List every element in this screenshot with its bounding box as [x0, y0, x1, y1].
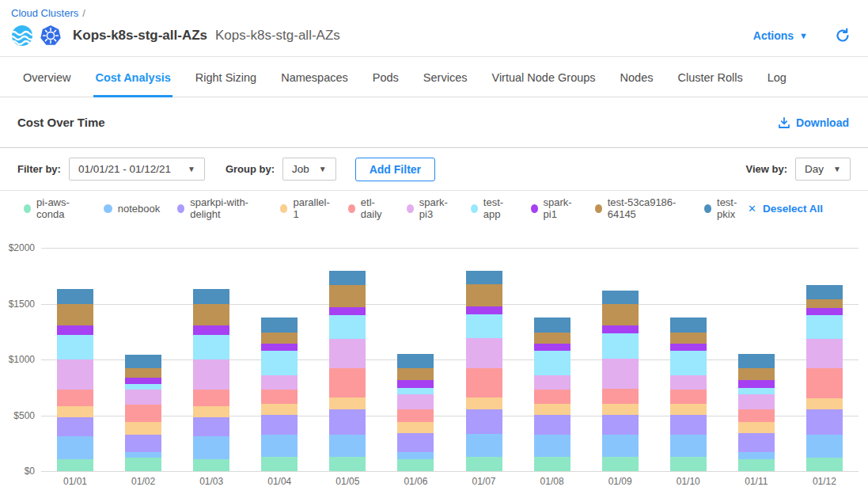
- bar-segment-test-53ca9186-64145[interactable]: [57, 304, 93, 325]
- bar-segment-test-app[interactable]: [466, 314, 502, 338]
- legend-item-test-app[interactable]: test-app: [471, 196, 514, 220]
- bar-segment-sparkpi-with-delight[interactable]: [193, 417, 229, 435]
- bar-segment-notebook[interactable]: [738, 452, 775, 458]
- bar-segment-test-pkix[interactable]: [806, 285, 843, 299]
- stacked-bar-01/03[interactable]: [193, 248, 229, 471]
- bar-segment-test-app[interactable]: [397, 388, 434, 394]
- bar-segment-test-pkix[interactable]: [466, 271, 502, 284]
- legend-item-parallel-1[interactable]: parallel-1: [280, 196, 331, 220]
- bar-segment-parallel-1[interactable]: [193, 406, 229, 418]
- bar-segment-spark-pi1[interactable]: [397, 380, 434, 388]
- bar-segment-parallel-1[interactable]: [534, 404, 570, 415]
- breadcrumb-link-cloud-clusters[interactable]: Cloud Clusters: [11, 7, 78, 19]
- stacked-bar-01/09[interactable]: [602, 248, 639, 471]
- tab-pods[interactable]: Pods: [371, 57, 400, 97]
- stacked-bar-01/10[interactable]: [670, 248, 707, 471]
- bar-segment-notebook[interactable]: [397, 452, 434, 458]
- bar-segment-test-53ca9186-64145[interactable]: [397, 368, 434, 381]
- bar-segment-notebook[interactable]: [125, 452, 161, 458]
- bar-segment-spark-pi1[interactable]: [329, 307, 366, 315]
- bar-segment-parallel-1[interactable]: [57, 406, 93, 418]
- bar-segment-spark-pi3[interactable]: [602, 359, 639, 388]
- bar-segment-parallel-1[interactable]: [738, 422, 775, 433]
- group-by-select[interactable]: Job ▼: [282, 158, 336, 181]
- bar-segment-parallel-1[interactable]: [602, 404, 639, 415]
- bar-segment-sparkpi-with-delight[interactable]: [534, 415, 570, 435]
- tab-namespaces[interactable]: Namespaces: [279, 57, 350, 97]
- bar-segment-test-pkix[interactable]: [57, 289, 93, 303]
- deselect-all-button[interactable]: ✕ Deselect All: [748, 203, 823, 215]
- bar-segment-etl-daily[interactable]: [466, 368, 502, 397]
- view-by-select[interactable]: Day ▼: [795, 158, 851, 181]
- add-filter-button[interactable]: Add Filter: [355, 158, 435, 181]
- bar-segment-notebook[interactable]: [57, 436, 93, 459]
- bar-segment-spark-pi1[interactable]: [670, 344, 707, 352]
- bar-segment-test-53ca9186-64145[interactable]: [806, 299, 843, 308]
- bar-segment-parallel-1[interactable]: [466, 397, 502, 409]
- bar-segment-spark-pi3[interactable]: [193, 359, 229, 390]
- bar-segment-pi-aws-conda[interactable]: [125, 458, 161, 471]
- download-button[interactable]: Download: [778, 116, 849, 129]
- bar-segment-pi-aws-conda[interactable]: [738, 459, 775, 472]
- bar-segment-notebook[interactable]: [806, 435, 843, 458]
- bar-segment-test-53ca9186-64145[interactable]: [125, 368, 161, 378]
- tab-right-sizing[interactable]: Right Sizing: [194, 57, 258, 97]
- tab-cost-analysis[interactable]: Cost Analysis: [93, 57, 172, 97]
- bar-segment-notebook[interactable]: [329, 435, 366, 457]
- bar-segment-notebook[interactable]: [534, 435, 570, 457]
- bar-segment-etl-daily[interactable]: [193, 390, 229, 405]
- bar-segment-test-53ca9186-64145[interactable]: [602, 304, 639, 325]
- stacked-bar-01/07[interactable]: [466, 248, 502, 471]
- bar-segment-sparkpi-with-delight[interactable]: [57, 417, 93, 435]
- legend-item-spark-pi3[interactable]: spark-pi3: [407, 196, 453, 220]
- bar-segment-sparkpi-with-delight[interactable]: [602, 415, 639, 435]
- bar-segment-parallel-1[interactable]: [806, 398, 843, 410]
- bar-segment-sparkpi-with-delight[interactable]: [261, 415, 298, 435]
- legend-item-test-53ca9186-64145[interactable]: test-53ca9186-64145: [595, 196, 687, 220]
- legend-item-sparkpi-with-delight[interactable]: sparkpi-with-delight: [177, 196, 262, 220]
- bar-segment-sparkpi-with-delight[interactable]: [397, 433, 434, 452]
- stacked-bar-01/01[interactable]: [57, 248, 93, 471]
- bar-segment-test-pkix[interactable]: [670, 318, 707, 332]
- bar-segment-spark-pi3[interactable]: [261, 375, 298, 390]
- bar-segment-etl-daily[interactable]: [738, 409, 775, 422]
- bar-segment-spark-pi3[interactable]: [329, 339, 366, 368]
- bar-segment-test-pkix[interactable]: [602, 291, 639, 305]
- bar-segment-spark-pi3[interactable]: [534, 375, 570, 390]
- bar-segment-spark-pi3[interactable]: [670, 375, 707, 390]
- legend-item-pi-aws-conda[interactable]: pi-aws-conda: [24, 196, 86, 220]
- bar-segment-spark-pi1[interactable]: [806, 308, 843, 316]
- actions-button[interactable]: Actions ▼: [753, 29, 808, 42]
- bar-segment-pi-aws-conda[interactable]: [57, 459, 93, 472]
- bar-segment-parallel-1[interactable]: [329, 397, 366, 409]
- bar-segment-test-53ca9186-64145[interactable]: [193, 304, 229, 325]
- bar-segment-test-53ca9186-64145[interactable]: [738, 368, 775, 381]
- refresh-icon[interactable]: [835, 28, 851, 44]
- bar-segment-test-app[interactable]: [57, 335, 93, 359]
- bar-segment-pi-aws-conda[interactable]: [602, 457, 639, 471]
- stacked-bar-01/05[interactable]: [329, 248, 366, 471]
- bar-segment-sparkpi-with-delight[interactable]: [329, 409, 366, 435]
- bar-segment-etl-daily[interactable]: [261, 390, 298, 404]
- stacked-bar-01/04[interactable]: [261, 248, 298, 471]
- bar-segment-spark-pi3[interactable]: [806, 339, 843, 368]
- bar-segment-spark-pi1[interactable]: [193, 325, 229, 335]
- tab-overview[interactable]: Overview: [21, 57, 72, 97]
- bar-segment-etl-daily[interactable]: [125, 405, 161, 422]
- bar-segment-test-app[interactable]: [602, 333, 639, 359]
- bar-segment-test-app[interactable]: [534, 351, 570, 375]
- bar-segment-pi-aws-conda[interactable]: [329, 457, 366, 471]
- bar-segment-spark-pi3[interactable]: [466, 338, 502, 368]
- bar-segment-spark-pi3[interactable]: [57, 359, 93, 390]
- bar-segment-etl-daily[interactable]: [397, 409, 434, 422]
- stacked-bar-01/12[interactable]: [806, 248, 843, 471]
- bar-segment-spark-pi1[interactable]: [125, 378, 161, 384]
- bar-segment-sparkpi-with-delight[interactable]: [738, 433, 775, 452]
- stacked-bar-01/08[interactable]: [534, 248, 570, 471]
- bar-segment-etl-daily[interactable]: [57, 390, 93, 405]
- bar-segment-test-53ca9186-64145[interactable]: [466, 284, 502, 306]
- bar-segment-test-app[interactable]: [806, 315, 843, 339]
- stacked-bar-01/06[interactable]: [397, 248, 434, 471]
- bar-segment-etl-daily[interactable]: [806, 368, 843, 397]
- bar-segment-etl-daily[interactable]: [329, 368, 366, 397]
